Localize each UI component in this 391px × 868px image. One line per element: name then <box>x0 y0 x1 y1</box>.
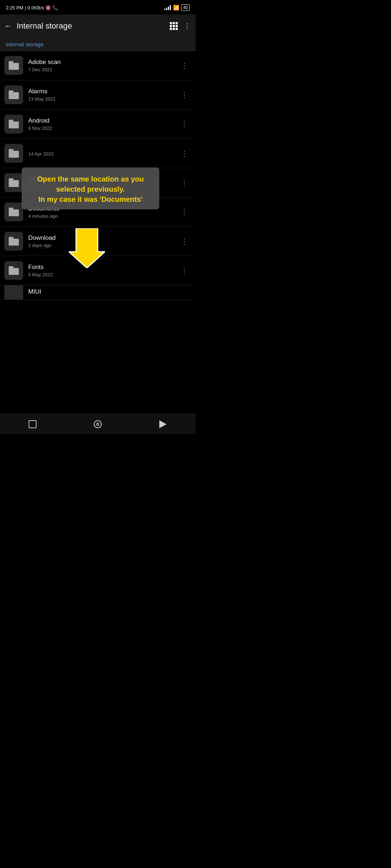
file-name: Alarms <box>28 88 178 95</box>
folder-icon-documents <box>4 203 23 221</box>
separator: | <box>25 5 26 10</box>
folder-icon-hidden <box>4 144 23 163</box>
folder-shape <box>9 90 19 99</box>
list-item[interactable]: MIUI <box>0 285 196 300</box>
file-info: 14 Apr 2022 <box>28 150 178 157</box>
item-more-button[interactable]: ⋮ <box>178 88 191 102</box>
file-info: Alarms 13 May 2021 <box>28 88 178 102</box>
folder-icon-dcim <box>4 173 23 192</box>
file-date: 6 Nov 2022 <box>28 125 178 131</box>
file-name: Android <box>28 117 178 124</box>
status-icons: 📶 40 <box>164 4 190 11</box>
folder-icon-miui <box>4 285 23 300</box>
home-button[interactable] <box>91 418 104 431</box>
recent-icon <box>29 420 37 428</box>
bottom-navigation <box>0 414 196 434</box>
recent-apps-button[interactable] <box>26 418 39 431</box>
folder-shape <box>9 61 19 70</box>
tooltip-line1: Open the same location as you selected p… <box>29 174 152 204</box>
arrow-annotation <box>69 228 105 268</box>
page-title: Internal storage <box>17 21 170 31</box>
phone-icon: 📞 <box>52 5 58 10</box>
folder-icon-download <box>4 232 23 251</box>
tooltip-overlay: Open the same location as you selected p… <box>22 167 159 209</box>
folder-shape <box>9 120 19 128</box>
list-item[interactable]: Alarms 13 May 2021 ⋮ <box>0 80 196 110</box>
battery-icon: 40 <box>181 4 190 11</box>
folder-icon-adobe-scan <box>4 56 23 75</box>
item-more-button[interactable]: ⋮ <box>178 117 191 131</box>
time: 2:25 PM <box>6 5 23 10</box>
app-header: ← Internal storage ⋮ <box>0 14 196 38</box>
item-more-button[interactable]: ⋮ <box>178 146 191 161</box>
folder-icon-alarms <box>4 85 23 104</box>
file-name: MIUI <box>28 288 191 295</box>
file-date: 7 Dec 2022 <box>28 67 178 72</box>
item-more-button[interactable]: ⋮ <box>178 175 191 190</box>
folder-shape <box>9 208 19 216</box>
item-more-button[interactable]: ⋮ <box>178 263 191 278</box>
breadcrumb-bar: Internal storage <box>0 38 196 51</box>
item-more-button[interactable]: ⋮ <box>178 205 191 219</box>
signal-icon <box>164 5 171 10</box>
wifi-icon: 📶 <box>173 5 179 10</box>
status-time-network: 2:25 PM | 0.0KB/s 🔇 📞 <box>6 5 58 10</box>
file-list: Adobe scan 7 Dec 2022 ⋮ Alarms 13 May 20… <box>0 51 196 300</box>
list-item[interactable]: 14 Apr 2022 ⋮ <box>0 139 196 168</box>
list-item[interactable]: Android 6 Nov 2022 ⋮ <box>0 110 196 139</box>
home-inner-icon <box>96 423 99 426</box>
file-info: Android 6 Nov 2022 <box>28 117 178 131</box>
network-speed: 0.0KB/s <box>28 5 44 10</box>
file-name: Adobe scan <box>28 59 178 66</box>
mute-icon: 🔇 <box>45 5 51 10</box>
file-date: 4 minutes ago <box>28 213 178 219</box>
file-date: 14 Apr 2022 <box>28 151 178 157</box>
more-options-button[interactable]: ⋮ <box>184 22 191 30</box>
header-actions: ⋮ <box>170 22 191 30</box>
back-button-nav[interactable] <box>156 418 169 431</box>
file-info: MIUI <box>28 288 191 297</box>
back-icon <box>159 420 167 428</box>
back-button[interactable]: ← <box>4 21 12 31</box>
list-item[interactable]: Adobe scan 7 Dec 2022 ⋮ <box>0 51 196 80</box>
breadcrumb[interactable]: Internal storage <box>6 41 43 47</box>
svg-marker-0 <box>69 228 105 268</box>
folder-shape <box>9 178 19 187</box>
folder-shape <box>9 237 19 246</box>
grid-view-button[interactable] <box>170 22 178 30</box>
file-info: Adobe scan 7 Dec 2022 <box>28 59 178 72</box>
folder-icon-fonts <box>4 261 23 280</box>
folder-shape <box>9 149 19 158</box>
file-date: 13 May 2021 <box>28 96 178 102</box>
item-more-button[interactable]: ⋮ <box>178 234 191 248</box>
folder-icon-android <box>4 115 23 133</box>
folder-shape <box>9 266 19 275</box>
file-date: 5 May 2022 <box>28 272 178 277</box>
item-more-button[interactable]: ⋮ <box>178 58 191 73</box>
status-bar: 2:25 PM | 0.0KB/s 🔇 📞 📶 40 <box>0 0 196 14</box>
